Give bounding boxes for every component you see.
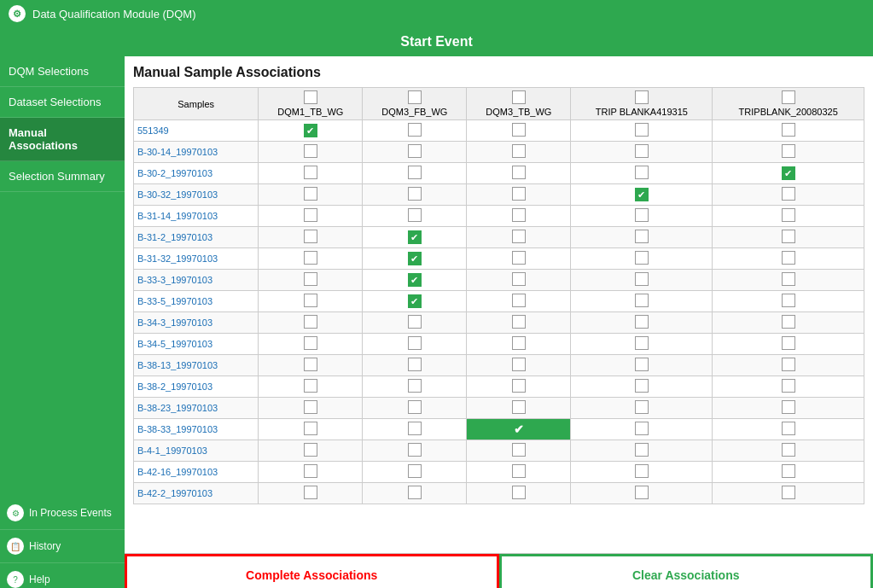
- assoc-cell-trip_blanka[interactable]: [571, 206, 713, 227]
- assoc-cell-trip_blanka[interactable]: [571, 163, 713, 184]
- sample-name-cell[interactable]: B-30-2_19970103: [134, 163, 259, 184]
- assoc-cell-trip_blanka[interactable]: [571, 419, 713, 440]
- assoc-cell-dqm3_tb_wg[interactable]: [467, 291, 571, 312]
- assoc-cell-tripblank_2008[interactable]: [713, 334, 864, 355]
- assoc-cell-dqm3_tb_wg[interactable]: [467, 462, 571, 483]
- assoc-cell-tripblank_2008[interactable]: [713, 419, 864, 440]
- assoc-cell-trip_blanka[interactable]: [571, 312, 713, 334]
- assoc-cell-trip_blanka[interactable]: [571, 120, 713, 142]
- assoc-cell-dqm3_fb_wg[interactable]: [363, 483, 467, 504]
- assoc-cell-tripblank_2008[interactable]: [713, 184, 864, 206]
- assoc-cell-dqm3_fb_wg[interactable]: ✔: [363, 291, 467, 312]
- col-checkbox-trip-blanka[interactable]: [635, 90, 649, 104]
- assoc-cell-dqm3_fb_wg[interactable]: [363, 120, 467, 142]
- assoc-cell-trip_blanka[interactable]: [571, 355, 713, 376]
- assoc-cell-tripblank_2008[interactable]: [713, 376, 864, 398]
- assoc-cell-dqm1_tb_wg[interactable]: [259, 291, 363, 312]
- sidebar-item-dqm-selections[interactable]: DQM Selections: [0, 56, 125, 87]
- assoc-cell-dqm1_tb_wg[interactable]: [259, 355, 363, 376]
- assoc-cell-dqm3_fb_wg[interactable]: [363, 163, 467, 184]
- assoc-cell-dqm1_tb_wg[interactable]: [259, 270, 363, 291]
- assoc-cell-dqm3_fb_wg[interactable]: [363, 142, 467, 163]
- assoc-cell-dqm1_tb_wg[interactable]: [259, 227, 363, 248]
- assoc-cell-dqm1_tb_wg[interactable]: [259, 163, 363, 184]
- assoc-cell-dqm1_tb_wg[interactable]: [259, 440, 363, 462]
- sample-name-cell[interactable]: B-33-5_19970103: [134, 291, 259, 312]
- assoc-cell-tripblank_2008[interactable]: [713, 142, 864, 163]
- sidebar-item-history[interactable]: 📋 History: [0, 530, 125, 563]
- assoc-cell-trip_blanka[interactable]: [571, 270, 713, 291]
- assoc-cell-tripblank_2008[interactable]: [713, 398, 864, 419]
- assoc-cell-dqm3_fb_wg[interactable]: [363, 206, 467, 227]
- assoc-cell-dqm1_tb_wg[interactable]: [259, 376, 363, 398]
- assoc-cell-tripblank_2008[interactable]: [713, 355, 864, 376]
- sample-name-cell[interactable]: B-34-3_19970103: [134, 312, 259, 334]
- assoc-cell-tripblank_2008[interactable]: [713, 206, 864, 227]
- assoc-cell-tripblank_2008[interactable]: [713, 248, 864, 270]
- assoc-cell-dqm1_tb_wg[interactable]: [259, 334, 363, 355]
- assoc-cell-dqm3_fb_wg[interactable]: [363, 376, 467, 398]
- assoc-cell-dqm3_tb_wg[interactable]: [467, 120, 571, 142]
- assoc-cell-trip_blanka[interactable]: [571, 227, 713, 248]
- sample-name-cell[interactable]: B-33-3_19970103: [134, 270, 259, 291]
- assoc-cell-dqm1_tb_wg[interactable]: [259, 184, 363, 206]
- assoc-cell-trip_blanka[interactable]: [571, 483, 713, 504]
- col-checkbox-dqm3tb[interactable]: [512, 90, 526, 104]
- assoc-cell-dqm3_tb_wg[interactable]: [467, 163, 571, 184]
- sidebar-item-selection-summary[interactable]: Selection Summary: [0, 161, 125, 192]
- assoc-cell-tripblank_2008[interactable]: [713, 440, 864, 462]
- sample-name-cell[interactable]: B-34-5_19970103: [134, 334, 259, 355]
- assoc-cell-tripblank_2008[interactable]: [713, 120, 864, 142]
- assoc-cell-dqm1_tb_wg[interactable]: [259, 419, 363, 440]
- sample-name-cell[interactable]: B-31-2_19970103: [134, 227, 259, 248]
- assoc-cell-dqm1_tb_wg[interactable]: [259, 312, 363, 334]
- assoc-cell-trip_blanka[interactable]: [571, 142, 713, 163]
- assoc-cell-dqm3_tb_wg[interactable]: [467, 206, 571, 227]
- assoc-cell-dqm3_fb_wg[interactable]: [363, 355, 467, 376]
- sample-name-cell[interactable]: B-30-14_19970103: [134, 142, 259, 163]
- sample-name-cell[interactable]: B-31-32_19970103: [134, 248, 259, 270]
- sample-name-cell[interactable]: B-42-16_19970103: [134, 462, 259, 483]
- assoc-cell-tripblank_2008[interactable]: [713, 483, 864, 504]
- sample-name-cell[interactable]: B-38-2_19970103: [134, 376, 259, 398]
- sample-name-cell[interactable]: B-38-33_19970103: [134, 419, 259, 440]
- assoc-cell-tripblank_2008[interactable]: [713, 312, 864, 334]
- assoc-cell-dqm3_tb_wg[interactable]: [467, 483, 571, 504]
- assoc-cell-dqm3_fb_wg[interactable]: [363, 334, 467, 355]
- assoc-cell-dqm3_fb_wg[interactable]: [363, 398, 467, 419]
- assoc-cell-tripblank_2008[interactable]: [713, 462, 864, 483]
- assoc-cell-dqm1_tb_wg[interactable]: ✔: [259, 120, 363, 142]
- assoc-cell-dqm1_tb_wg[interactable]: [259, 142, 363, 163]
- assoc-cell-dqm3_fb_wg[interactable]: ✔: [363, 270, 467, 291]
- assoc-cell-dqm3_tb_wg[interactable]: [467, 440, 571, 462]
- assoc-cell-tripblank_2008[interactable]: [713, 291, 864, 312]
- assoc-cell-dqm3_tb_wg[interactable]: [467, 398, 571, 419]
- assoc-cell-dqm1_tb_wg[interactable]: [259, 248, 363, 270]
- assoc-cell-trip_blanka[interactable]: [571, 291, 713, 312]
- sample-name-cell[interactable]: B-38-23_19970103: [134, 398, 259, 419]
- sample-name-cell[interactable]: 551349: [134, 120, 259, 142]
- assoc-cell-dqm3_tb_wg[interactable]: [467, 270, 571, 291]
- assoc-cell-dqm3_fb_wg[interactable]: [363, 312, 467, 334]
- assoc-cell-trip_blanka[interactable]: [571, 462, 713, 483]
- assoc-cell-dqm3_tb_wg[interactable]: [467, 184, 571, 206]
- assoc-cell-dqm1_tb_wg[interactable]: [259, 206, 363, 227]
- sample-name-cell[interactable]: B-42-2_19970103: [134, 483, 259, 504]
- assoc-cell-dqm3_fb_wg[interactable]: [363, 419, 467, 440]
- assoc-cell-dqm3_tb_wg[interactable]: ✔: [467, 419, 571, 440]
- assoc-cell-dqm3_tb_wg[interactable]: [467, 376, 571, 398]
- assoc-cell-trip_blanka[interactable]: [571, 334, 713, 355]
- sample-name-cell[interactable]: B-30-32_19970103: [134, 184, 259, 206]
- assoc-cell-dqm3_tb_wg[interactable]: [467, 355, 571, 376]
- assoc-cell-tripblank_2008[interactable]: ✔: [713, 163, 864, 184]
- assoc-cell-trip_blanka[interactable]: [571, 248, 713, 270]
- assoc-cell-dqm3_fb_wg[interactable]: ✔: [363, 248, 467, 270]
- sample-name-cell[interactable]: B-4-1_19970103: [134, 440, 259, 462]
- assoc-cell-trip_blanka[interactable]: [571, 376, 713, 398]
- assoc-cell-dqm3_tb_wg[interactable]: [467, 227, 571, 248]
- sample-name-cell[interactable]: B-31-14_19970103: [134, 206, 259, 227]
- col-checkbox-tripblank2008[interactable]: [782, 90, 795, 104]
- assoc-cell-trip_blanka[interactable]: [571, 398, 713, 419]
- col-checkbox-dqm1[interactable]: [304, 90, 317, 104]
- assoc-cell-tripblank_2008[interactable]: [713, 227, 864, 248]
